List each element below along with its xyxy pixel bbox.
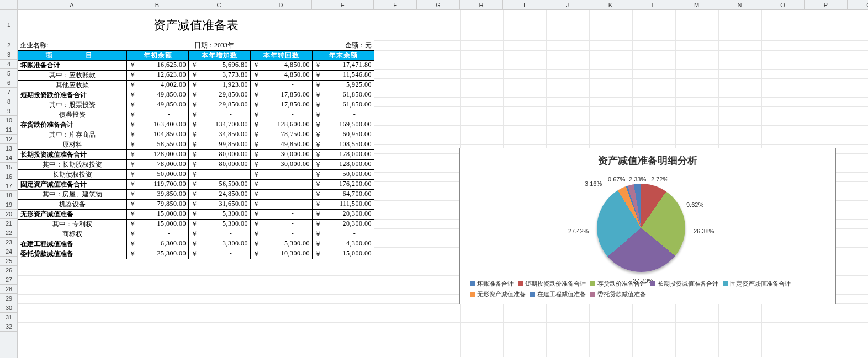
cell-value[interactable]: ￥64,700.00 [313, 190, 374, 200]
column-header[interactable]: M [675, 0, 718, 10]
column-header[interactable]: L [632, 0, 675, 10]
row-header[interactable]: 2 [0, 40, 18, 50]
row-header[interactable]: 12 [0, 135, 18, 144]
cell-value[interactable]: ￥5,696.80 [189, 61, 251, 71]
row-header[interactable]: 19 [0, 200, 18, 210]
cell-value[interactable]: ￥128,600.00 [251, 120, 313, 130]
row-label[interactable]: 固定资产减值准备合计 [18, 180, 127, 190]
cell-value[interactable]: ￥49,850.00 [127, 90, 189, 100]
cell-value[interactable]: ￥- [251, 210, 313, 220]
row-header[interactable]: 29 [0, 294, 18, 303]
row-label[interactable]: 在建工程减值准备 [18, 239, 127, 249]
cell-value[interactable]: ￥99,850.00 [189, 140, 251, 150]
row-label[interactable]: 其中：股票投资 [18, 100, 127, 110]
cell-value[interactable]: ￥4,002.00 [127, 81, 189, 90]
row-label[interactable]: 其中：应收账款 [18, 71, 127, 81]
column-header[interactable]: F [374, 0, 417, 10]
row-header[interactable]: 22 [0, 228, 18, 238]
cell-value[interactable]: ￥10,300.00 [251, 249, 313, 259]
column-header[interactable]: C [188, 0, 250, 10]
cell-value[interactable]: ￥4,300.00 [313, 239, 374, 249]
cell-value[interactable]: ￥34,850.00 [189, 130, 251, 140]
row-label[interactable]: 商标权 [18, 229, 127, 239]
cell-value[interactable]: ￥- [251, 170, 313, 180]
cell-value[interactable]: ￥134,700.00 [189, 120, 251, 130]
row-label[interactable]: 其他应收款 [18, 81, 127, 90]
row-header[interactable]: 8 [0, 97, 18, 106]
cell-value[interactable]: ￥169,500.00 [313, 120, 374, 130]
cell-value[interactable]: ￥- [189, 110, 251, 120]
column-header[interactable]: I [503, 0, 546, 10]
cell-value[interactable]: ￥- [251, 81, 313, 90]
cell-value[interactable]: ￥39,850.00 [127, 190, 189, 200]
cell-value[interactable]: ￥- [251, 220, 313, 229]
column-header[interactable]: A [18, 0, 126, 10]
column-header[interactable]: N [718, 0, 761, 10]
cell-value[interactable]: ￥58,550.00 [127, 140, 189, 150]
column-header[interactable]: G [417, 0, 460, 10]
cell-value[interactable]: ￥3,300.00 [189, 239, 251, 249]
cell-value[interactable]: ￥1,923.00 [189, 81, 251, 90]
row-header[interactable]: 26 [0, 266, 18, 275]
cell-value[interactable]: ￥61,850.00 [313, 90, 374, 100]
column-header[interactable]: H [460, 0, 503, 10]
sheet-content[interactable]: 资产减值准备表 企业名称: 日期：2033年 金额：元 项 目 年初余额 本年增… [18, 10, 374, 259]
cell-value[interactable]: ￥- [251, 180, 313, 190]
cell-value[interactable]: ￥15,000.00 [127, 210, 189, 220]
row-header[interactable]: 1 [0, 10, 18, 40]
cell-value[interactable]: ￥78,000.00 [127, 160, 189, 170]
row-header[interactable]: 18 [0, 191, 18, 200]
row-label[interactable]: 长期投资减值准备合计 [18, 150, 127, 160]
cell-value[interactable]: ￥30,000.00 [251, 150, 313, 160]
row-header[interactable]: 24 [0, 247, 18, 257]
row-label[interactable]: 无形资产减值准备 [18, 210, 127, 220]
row-header[interactable]: 6 [0, 78, 18, 88]
row-label[interactable]: 机器设备 [18, 200, 127, 210]
row-header[interactable]: 20 [0, 210, 18, 219]
cell-value[interactable]: ￥- [127, 229, 189, 239]
row-label[interactable]: 存货跌价准备合计 [18, 120, 127, 130]
cell-value[interactable]: ￥80,000.00 [189, 150, 251, 160]
row-header[interactable]: 4 [0, 60, 18, 69]
cell-value[interactable]: ￥128,000.00 [313, 160, 374, 170]
cell-value[interactable]: ￥50,000.00 [127, 170, 189, 180]
cell-value[interactable]: ￥- [251, 110, 313, 120]
cell-value[interactable]: ￥61,850.00 [313, 100, 374, 110]
row-header[interactable]: 11 [0, 125, 18, 135]
row-label[interactable]: 原材料 [18, 140, 127, 150]
row-header[interactable]: 16 [0, 172, 18, 181]
cell-value[interactable]: ￥119,700.00 [127, 180, 189, 190]
row-header[interactable]: 25 [0, 257, 18, 266]
cell-value[interactable]: ￥- [251, 200, 313, 210]
row-header[interactable]: 7 [0, 88, 18, 97]
column-header[interactable]: O [761, 0, 805, 10]
row-header[interactable]: 5 [0, 69, 18, 78]
column-header[interactable]: D [250, 0, 312, 10]
cell-value[interactable]: ￥29,850.00 [189, 90, 251, 100]
row-label[interactable]: 其中：专利权 [18, 220, 127, 229]
row-header[interactable]: 3 [0, 50, 18, 60]
cell-value[interactable]: ￥17,850.00 [251, 100, 313, 110]
cell-value[interactable]: ￥178,000.00 [313, 150, 374, 160]
cell-value[interactable]: ￥- [189, 170, 251, 180]
cell-value[interactable]: ￥3,773.80 [189, 71, 251, 81]
cell-value[interactable]: ￥5,300.00 [189, 220, 251, 229]
column-header[interactable]: J [546, 0, 589, 10]
row-header[interactable]: 17 [0, 181, 18, 191]
cell-value[interactable]: ￥- [189, 249, 251, 259]
cell-value[interactable]: ￥- [189, 229, 251, 239]
cell-value[interactable]: ￥5,925.00 [313, 81, 374, 90]
cell-value[interactable]: ￥128,000.00 [127, 150, 189, 160]
cell-value[interactable]: ￥5,300.00 [189, 210, 251, 220]
cell-value[interactable]: ￥111,500.00 [313, 200, 374, 210]
column-header[interactable]: B [126, 0, 188, 10]
row-label[interactable]: 坏账准备合计 [18, 61, 127, 71]
cell-value[interactable]: ￥60,950.00 [313, 130, 374, 140]
column-header[interactable]: E [312, 0, 374, 10]
cell-value[interactable]: ￥176,200.00 [313, 180, 374, 190]
row-label[interactable]: 债券投资 [18, 110, 127, 120]
cell-value[interactable]: ￥80,000.00 [189, 160, 251, 170]
cell-value[interactable]: ￥31,650.00 [189, 200, 251, 210]
cell-value[interactable]: ￥- [127, 110, 189, 120]
cell-value[interactable]: ￥56,500.00 [189, 180, 251, 190]
